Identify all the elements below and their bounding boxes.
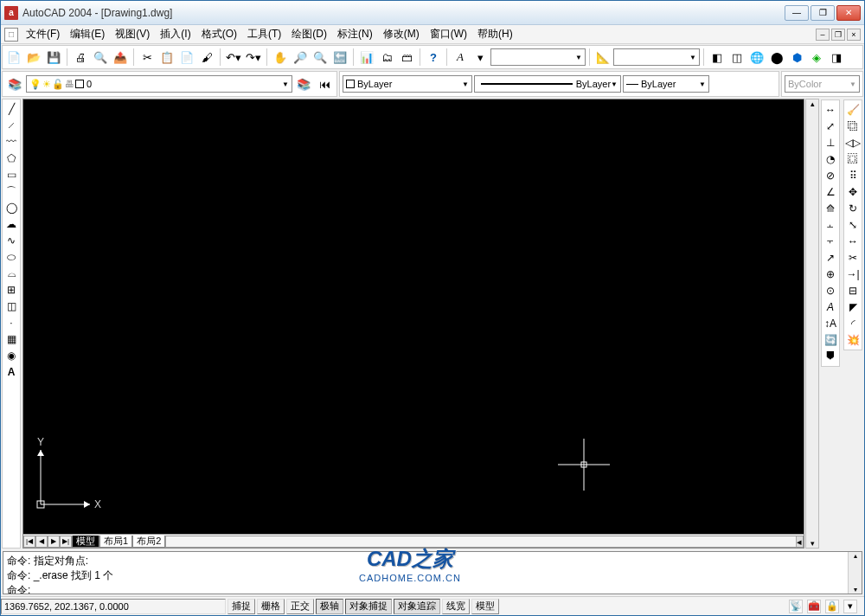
fillet-icon[interactable]: ◜ [845,316,861,331]
view-icon[interactable]: ◨ [827,48,846,67]
toggle-osnap[interactable]: 对象捕捉 [345,599,392,614]
drawing-canvas[interactable]: X Y [23,99,804,534]
dimension-style-selector[interactable]: ▼ [613,48,700,66]
coordinates-display[interactable]: 1369.7652, 202.1367, 0.0000 [1,599,226,614]
horizontal-scrollbar[interactable]: ◂ [165,536,804,548]
tab-nav-first[interactable]: |◀ [23,536,35,548]
minimize-button[interactable]: — [785,5,809,21]
menu-window[interactable]: 窗口(W) [425,25,472,43]
redo-icon[interactable]: ↷▾ [244,48,263,67]
line-icon[interactable]: ╱ [3,101,19,117]
dim-update-icon[interactable]: 🔄 [823,332,838,348]
make-block-icon[interactable]: ◫ [3,298,19,314]
offset-icon[interactable]: ⿴ [845,151,861,167]
dim-angular-icon[interactable]: ∠ [823,184,838,200]
rotate-icon[interactable]: ↻ [845,201,861,216]
close-button[interactable]: ✕ [836,5,861,21]
menu-format[interactable]: 格式(O) [196,25,242,43]
menu-insert[interactable]: 插入(I) [155,25,195,43]
explode-icon[interactable]: 💥 [845,332,861,348]
print-icon[interactable]: 🖨 [71,48,90,67]
menu-dimension[interactable]: 标注(N) [332,25,378,43]
hatch-icon[interactable]: ▦ [3,331,19,347]
layer-states-icon[interactable]: ⏮ [315,74,334,93]
dim-linear-icon[interactable]: ↔ [823,102,838,118]
tab-nav-last[interactable]: ▶| [60,536,72,548]
tab-model[interactable]: 模型 [72,536,99,548]
maximize-button[interactable]: ❐ [811,5,835,21]
polyline-icon[interactable]: 〰 [3,134,19,150]
text-icon[interactable]: A [3,364,19,380]
mdi-close-button[interactable]: × [847,29,861,41]
ucs-icon[interactable]: ◧ [708,48,727,67]
toggle-otrack[interactable]: 对象追踪 [394,599,440,614]
arc-icon[interactable]: ⌒ [3,183,19,199]
center-mark-icon[interactable]: ⊙ [823,283,838,298]
tray-menu-icon[interactable]: ▾ [843,600,857,613]
tray-toolbox-icon[interactable]: 🧰 [807,600,821,613]
tab-nav-next[interactable]: ▶ [48,536,60,548]
tool-palettes-icon[interactable]: 🗃 [397,48,416,67]
mirror-icon[interactable]: ◁▷ [845,135,861,151]
command-window[interactable]: 命令: 指定对角点: 命令: _.erase 找到 1 个 命令: ▴▾ [3,551,862,594]
mdi-minimize-button[interactable]: – [816,29,830,41]
dim-aligned-icon[interactable]: ⤢ [823,119,838,134]
3d-sphere-icon[interactable]: ⬤ [767,48,786,67]
copy-obj-icon[interactable]: ⿻ [845,119,861,134]
command-scrollbar[interactable]: ▴▾ [848,552,862,594]
dim-edit-icon[interactable]: A [823,299,838,315]
cut-icon[interactable]: ✂ [138,48,157,67]
print-preview-icon[interactable]: 🔍 [91,48,110,67]
vertical-scrollbar[interactable]: ▴▾ [805,99,819,549]
dim-style-icon[interactable]: ⛊ [823,349,838,364]
toggle-polar[interactable]: 极轴 [316,599,343,614]
design-center-icon[interactable]: 🗂 [377,48,396,67]
3d-box-icon[interactable]: ◫ [727,48,746,67]
layer-previous-icon[interactable]: 📚 [294,74,313,93]
point-icon[interactable]: · [3,315,19,330]
dim-diameter-icon[interactable]: ⊘ [823,168,838,183]
extend-icon[interactable]: →| [845,266,861,282]
properties-icon[interactable]: 📊 [357,48,376,67]
chamfer-icon[interactable]: ◤ [845,299,861,315]
plotstyle-selector[interactable]: ByColor▼ [785,75,860,93]
trim-icon[interactable]: ✂ [845,250,861,266]
menu-tools[interactable]: 工具(T) [242,25,286,43]
help-icon[interactable]: ? [424,48,443,67]
dim-text-edit-icon[interactable]: ↕A [823,316,838,331]
insert-block-icon[interactable]: ⊞ [3,282,19,298]
match-props-icon[interactable]: 🖌 [197,48,216,67]
publish-icon[interactable]: 📤 [111,48,130,67]
tray-lock-icon[interactable]: 🔒 [825,600,839,613]
toggle-ortho[interactable]: 正交 [286,599,314,614]
3d-orbit-icon[interactable]: 🌐 [747,48,766,67]
menu-help[interactable]: 帮助(H) [472,25,518,43]
pan-icon[interactable]: ✋ [271,48,290,67]
mdi-document-icon[interactable]: □ [4,28,18,42]
array-icon[interactable]: ⠿ [845,168,861,183]
lineweight-selector[interactable]: ByLayer▼ [623,75,709,93]
save-icon[interactable]: 💾 [44,48,63,67]
text-style-dropdown-icon[interactable]: ▾ [471,48,490,67]
move-icon[interactable]: ✥ [845,184,861,200]
zoom-window-icon[interactable]: 🔍 [311,48,330,67]
new-icon[interactable]: 📄 [4,48,23,67]
menu-modify[interactable]: 修改(M) [378,25,425,43]
circle-icon[interactable]: ◯ [3,200,19,215]
menu-draw[interactable]: 绘图(D) [286,25,332,43]
tab-layout2[interactable]: 布局2 [132,536,165,548]
menu-file[interactable]: 文件(F) [21,25,65,43]
leader-icon[interactable]: ↗ [823,250,838,266]
xline-icon[interactable]: ⟋ [3,118,19,133]
zoom-realtime-icon[interactable]: 🔎 [291,48,310,67]
dim-continue-icon[interactable]: ⫟ [823,234,838,249]
color-selector[interactable]: ByLayer▼ [343,75,472,93]
rectangle-icon[interactable]: ▭ [3,167,19,183]
toggle-grid[interactable]: 栅格 [257,599,285,614]
mdi-restore-button[interactable]: ❐ [831,29,845,41]
open-icon[interactable]: 📂 [24,48,43,67]
revcloud-icon[interactable]: ☁ [3,216,19,232]
text-style-selector[interactable]: ▼ [490,48,586,66]
toggle-snap[interactable]: 捕捉 [227,599,255,614]
region-icon[interactable]: ◉ [3,348,19,363]
